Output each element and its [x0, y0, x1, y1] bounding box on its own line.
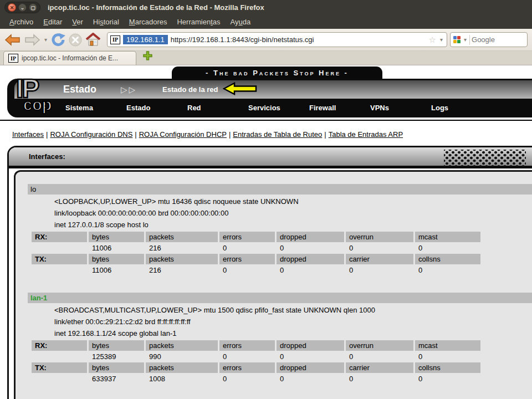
home-icon[interactable] [85, 33, 101, 47]
google-logo-icon [453, 35, 461, 44]
nav-firewall[interactable]: Firewall [309, 104, 370, 112]
rx-header-row: RX: bytes packets errors dropped overrun… [32, 340, 480, 351]
breadcrumb-section: Estado [63, 84, 96, 95]
link-interfaces[interactable]: Interfaces [12, 130, 44, 139]
interface-link: link/loopback 00:00:00:00:00:00 brd 00:0… [54, 207, 532, 219]
link-entradas-arp[interactable]: Tabla de Entradas ARP [329, 130, 403, 139]
interface-stats-table: RX: bytes packets errors dropped overrun… [30, 340, 482, 385]
interface-section-lo: lo <LOOPBACK,UP,LOWER_UP> mtu 16436 qdis… [16, 184, 532, 276]
nav-vpns[interactable]: VPNs [370, 104, 431, 112]
interfaces-panel-title: Interfaces: [29, 152, 65, 161]
tab-favicon: IP [8, 54, 18, 63]
page-title: Estado de la red [162, 85, 218, 94]
interface-flags: <LOOPBACK,UP,LOWER_UP> mtu 16436 qdisc n… [54, 196, 532, 207]
section-links: Interfaces|ROJA Configuración DNS|ROJA C… [12, 130, 532, 139]
bookmark-star-icon[interactable]: ☆ [429, 35, 436, 45]
nav-servicios[interactable]: Servicios [248, 104, 309, 112]
forward-icon[interactable] [24, 33, 40, 47]
tab-title: ipcop.tic.loc - Información de E... [22, 54, 118, 62]
window-controls: ✕ ⌄ ▢ [4, 2, 40, 13]
link-tabla-ruteo[interactable]: Entradas de Tabla de Ruteo [233, 130, 322, 139]
menu-ayuda[interactable]: Ayuda [226, 18, 256, 26]
search-engine-dropdown-icon[interactable]: ▾ [463, 37, 468, 43]
interfaces-panel-header: Interfaces: [9, 147, 532, 168]
page-content: - The bad Packets Stop Here - Estado ▷▷ … [0, 65, 532, 399]
nav-red[interactable]: Red [187, 104, 248, 112]
menu-bar: Archivo Editar Ver Historial Marcadores … [0, 15, 532, 29]
url-identity-highlight[interactable]: 192.168.1.1 [123, 35, 168, 44]
menu-herramientas[interactable]: Herramientas [172, 18, 225, 26]
interfaces-panel: Interfaces: lo <LOOPBACK,UP,LOWER_UP> mt… [7, 146, 532, 399]
interface-section-lan-1: lan-1 <BROADCAST,MULTICAST,UP,LOWER_UP> … [16, 293, 532, 385]
interface-stats-table: RX: bytes packets errors dropped overrun… [30, 231, 482, 276]
window-title: ipcop.tic.loc - Información de Estado de… [48, 3, 264, 12]
interface-inet: inet 127.0.0.1/8 scope host lo [54, 219, 532, 231]
url-bar[interactable]: IP 192.168.1.1 https://192.168.1.1:8443/… [107, 32, 447, 47]
menu-ver[interactable]: Ver [67, 18, 88, 26]
tx-value-row: 633937 1008 0 0 0 0 [32, 374, 480, 384]
menu-archivo[interactable]: Archivo [4, 18, 38, 26]
breadcrumb: Estado ▷▷ Estado de la red [14, 80, 532, 99]
menu-historial[interactable]: Historial [88, 18, 124, 26]
url-dropdown-icon[interactable]: ▾ [439, 37, 444, 43]
minimize-icon[interactable]: ⌄ [18, 3, 27, 12]
main-nav: Sistema Estado Red Servicios Firewall VP… [7, 99, 532, 116]
reload-icon[interactable] [51, 33, 65, 47]
breadcrumb-arrows-icon: ▷▷ [121, 85, 137, 95]
dots-decoration [444, 150, 526, 166]
site-favicon: IP [110, 35, 120, 44]
nav-estado[interactable]: Estado [126, 104, 187, 112]
interface-name-bar: lo [28, 184, 532, 195]
close-icon[interactable]: ✕ [8, 3, 16, 12]
interface-name-bar: lan-1 [28, 293, 532, 303]
search-bar[interactable]: ▾ [450, 32, 528, 47]
rx-value-row: 125389 990 0 0 0 0 [32, 351, 480, 362]
search-input[interactable] [472, 35, 519, 44]
window-titlebar: ✕ ⌄ ▢ ipcop.tic.loc - Información de Est… [0, 0, 532, 15]
interfaces-panel-body: lo <LOOPBACK,UP,LOWER_UP> mtu 16436 qdis… [9, 168, 532, 399]
maximize-icon[interactable]: ▢ [29, 3, 37, 12]
menu-editar[interactable]: Editar [38, 18, 67, 26]
rx-header-row: RX: bytes packets errors dropped overrun… [32, 232, 480, 242]
yellow-arrow-icon [223, 82, 257, 98]
slogan-banner: - The bad Packets Stop Here - [172, 66, 382, 79]
link-roja-dns[interactable]: ROJA Configuración DNS [50, 130, 132, 139]
link-roja-dhcp[interactable]: ROJA Configuración DHCP [139, 130, 227, 139]
active-tab[interactable]: IP ipcop.tic.loc - Información de E... [3, 51, 136, 65]
menu-marcadores[interactable]: Marcadores [124, 18, 172, 26]
new-tab-icon[interactable] [143, 51, 152, 63]
ipcop-logo[interactable]: IP cop [16, 76, 65, 121]
navigation-toolbar: ▾ IP 192.168.1.1 https://192.168.1.1:844… [0, 29, 532, 51]
tab-bar: IP ipcop.tic.loc - Información de E... [0, 51, 532, 65]
rx-value-row: 11006 216 0 0 0 0 [32, 243, 480, 253]
tx-value-row: 11006 216 0 0 0 0 [32, 265, 480, 275]
tx-header-row: TX: bytes packets errors dropped carrier… [32, 362, 480, 373]
url-text[interactable]: https://192.168.1.1:8443/cgi-bin/netstat… [171, 35, 426, 44]
nav-sistema[interactable]: Sistema [65, 104, 126, 112]
ipcop-header: Estado ▷▷ Estado de la red IP cop Sistem… [7, 79, 532, 117]
stop-icon[interactable] [68, 33, 83, 47]
nav-logs[interactable]: Logs [431, 104, 492, 112]
ipcop-logo-cop: cop [23, 96, 52, 114]
back-icon[interactable] [4, 33, 21, 47]
interface-flags: <BROADCAST,MULTICAST,UP,LOWER_UP> mtu 15… [54, 304, 532, 316]
back-history-dropdown-icon[interactable]: ▾ [43, 37, 48, 43]
interfaces-box: lo <LOOPBACK,UP,LOWER_UP> mtu 16436 qdis… [14, 170, 532, 399]
header-divider [0, 120, 532, 121]
interface-link: link/ether 00:0c:29:21:c2:d2 brd ff:ff:f… [54, 316, 532, 328]
interface-inet: inet 192.168.1.1/24 scope global lan-1 [54, 328, 532, 339]
search-divider [469, 35, 470, 45]
tx-header-row: TX: bytes packets errors dropped carrier… [32, 254, 480, 264]
